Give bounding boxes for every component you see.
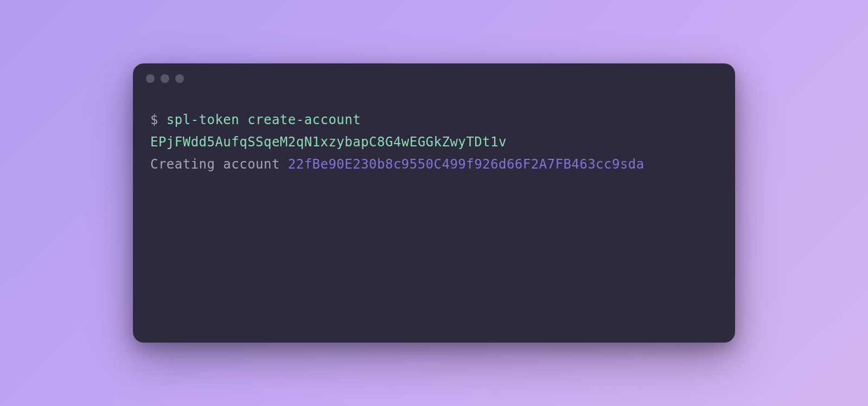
output-line: Creating account 22fBe90E230b8c9550C499f…	[150, 153, 718, 176]
command-line: $ spl-token create-account	[150, 109, 718, 131]
prompt-symbol: $	[150, 112, 167, 127]
output-label: Creating account	[150, 157, 288, 172]
output-account-address: 22fBe90E230b8c9550C499f926d66F2A7FB463cc…	[288, 157, 644, 172]
terminal-body[interactable]: $ spl-token create-account EPjFWdd5AufqS…	[133, 94, 735, 343]
terminal-window: $ spl-token create-account EPjFWdd5AufqS…	[133, 63, 735, 343]
command-text: spl-token create-account	[167, 112, 361, 127]
terminal-titlebar	[133, 63, 735, 94]
command-arg-line: EPjFWdd5AufqSSqeM2qN1xzybapC8G4wEGGkZwyT…	[150, 131, 718, 153]
close-icon[interactable]	[146, 74, 155, 83]
minimize-icon[interactable]	[161, 74, 169, 83]
maximize-icon[interactable]	[175, 74, 184, 83]
command-argument: EPjFWdd5AufqSSqeM2qN1xzybapC8G4wEGGkZwyT…	[150, 134, 507, 150]
